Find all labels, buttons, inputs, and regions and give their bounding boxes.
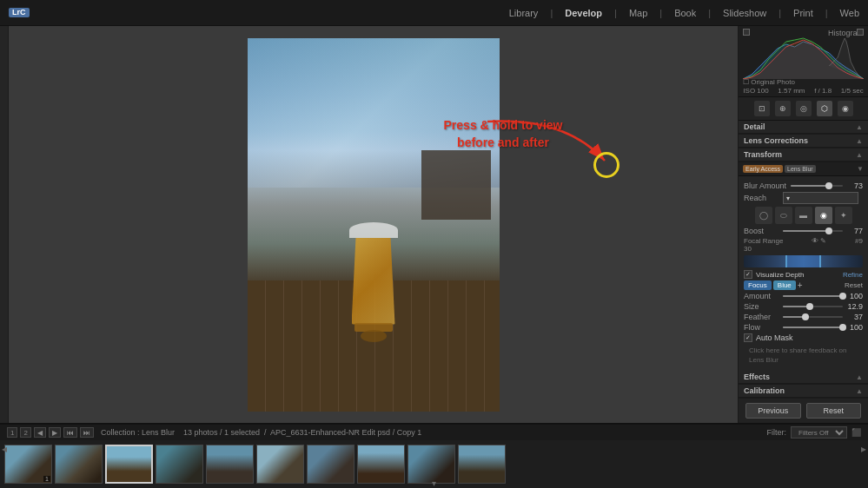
filmstrip-scroll-down[interactable]: ▾ bbox=[432, 478, 436, 488]
feather-row: Feather 37 bbox=[744, 313, 863, 321]
nav-book[interactable]: Book bbox=[674, 8, 696, 18]
shape-selected[interactable]: ◉ bbox=[815, 207, 832, 224]
visualize-depth-checkbox[interactable]: ✓ bbox=[744, 270, 752, 279]
focal-range-value: #9 bbox=[855, 237, 863, 245]
thumb-8-image bbox=[358, 445, 404, 483]
file-name: APC_6631-Enhanced-NR Edit psd / Copy 1 bbox=[270, 428, 421, 437]
transform-toggle[interactable]: Transform ▲ bbox=[739, 148, 868, 162]
boost-slider[interactable] bbox=[783, 230, 843, 232]
boost-thumb[interactable] bbox=[825, 228, 832, 234]
focal-range-bar-container bbox=[744, 255, 863, 267]
nav-map[interactable]: Map bbox=[629, 8, 647, 18]
next-nav-btn[interactable]: ▶ bbox=[49, 427, 61, 438]
hist-shutter: 1/5 sec bbox=[841, 87, 864, 95]
focal-range-bar[interactable] bbox=[744, 255, 863, 267]
shape-custom[interactable]: ✦ bbox=[835, 207, 852, 224]
detail-toggle[interactable]: Detail ▲ bbox=[739, 121, 868, 134]
mask-pills-row: Focus Blue + Reset bbox=[744, 280, 863, 290]
target-tool[interactable]: ◉ bbox=[838, 101, 853, 116]
shape-linear[interactable]: ▬ bbox=[795, 207, 812, 224]
refine-link[interactable]: Refine bbox=[843, 271, 863, 279]
size-thumb[interactable] bbox=[806, 303, 813, 310]
blur-shape-icons: ◯ ⬭ ▬ ◉ ✦ bbox=[744, 207, 863, 224]
shape-circle[interactable]: ◯ bbox=[755, 207, 772, 224]
focal-range-icons[interactable]: 👁 ✎ bbox=[812, 237, 826, 245]
plus-btn[interactable]: + bbox=[798, 280, 803, 290]
focal-range-label: Focal Range bbox=[744, 237, 783, 245]
shape-oval[interactable]: ⬭ bbox=[775, 207, 792, 224]
blur-amount-slider[interactable] bbox=[791, 185, 843, 187]
filmstrip-bar: 1 2 ◀ ▶ ⏮ ⏭ Collection : Lens Blur 13 ph… bbox=[0, 423, 868, 488]
prev-nav-btn[interactable]: ◀ bbox=[34, 427, 46, 438]
amount-fill bbox=[783, 295, 843, 297]
heal-tool[interactable]: ⊕ bbox=[775, 101, 791, 116]
early-access-badge: Early Access bbox=[743, 165, 783, 173]
thumb-2[interactable] bbox=[55, 445, 103, 484]
filmstrip-scroll-right[interactable]: ▸ bbox=[861, 443, 866, 455]
blue-pill[interactable]: Blue bbox=[773, 280, 796, 290]
reset-link[interactable]: Reset bbox=[845, 281, 863, 289]
previous-button[interactable]: Previous bbox=[745, 403, 801, 419]
lens-corrections-toggle[interactable]: Lens Corrections ▲ bbox=[739, 135, 868, 148]
thumb-8[interactable] bbox=[357, 445, 405, 484]
building-element bbox=[421, 150, 491, 220]
thumb-4[interactable] bbox=[156, 445, 203, 484]
flow-slider[interactable] bbox=[783, 326, 843, 328]
mask-tool[interactable]: ⬡ bbox=[817, 101, 832, 116]
original-photo-checkbox[interactable]: ☐ Original Photo bbox=[743, 78, 795, 86]
flow-thumb[interactable] bbox=[839, 324, 846, 331]
filmstrip-scroll-left[interactable]: ◂ bbox=[2, 443, 7, 455]
size-slider[interactable] bbox=[783, 306, 843, 307]
amount-slider[interactable] bbox=[783, 295, 843, 297]
nav-develop[interactable]: Develop bbox=[565, 8, 602, 18]
nav-print[interactable]: Print bbox=[793, 8, 813, 18]
focal-range-header: Focal Range 👁 ✎ #9 bbox=[744, 237, 863, 245]
blur-amount-thumb[interactable] bbox=[825, 182, 832, 189]
feather-slider[interactable] bbox=[783, 316, 843, 318]
filter-toggle[interactable]: ⬛ bbox=[851, 428, 861, 437]
thumb-5[interactable] bbox=[206, 445, 254, 484]
collection-path: Collection : Lens Blur 13 photos / 1 sel… bbox=[101, 428, 421, 437]
jump-prev-btn[interactable]: ⏮ bbox=[63, 427, 77, 438]
flow-label: Flow bbox=[744, 323, 779, 332]
thumb-3[interactable] bbox=[105, 445, 153, 484]
nav-sep-6: | bbox=[825, 8, 828, 18]
amount-label: Amount bbox=[744, 292, 779, 300]
panel-tools: ⊡ ⊕ ◎ ⬡ ◉ bbox=[739, 97, 868, 121]
redeye-tool[interactable]: ◎ bbox=[796, 101, 812, 116]
crop-tool[interactable]: ⊡ bbox=[754, 101, 770, 116]
page-1-btn[interactable]: 1 bbox=[7, 427, 17, 438]
reach-dropdown[interactable]: ▾ bbox=[783, 192, 858, 204]
reset-button[interactable]: Reset bbox=[806, 403, 862, 419]
auto-mask-checkbox[interactable]: ✓ bbox=[744, 333, 752, 342]
thumb-6[interactable] bbox=[256, 445, 304, 484]
photo-count: 13 photos / 1 selected bbox=[183, 428, 260, 437]
effects-toggle[interactable]: Effects ▲ bbox=[739, 371, 868, 384]
blur-amount-row: Blur Amount 73 bbox=[744, 181, 863, 190]
reach-dropdown-label: ▾ bbox=[786, 195, 790, 202]
focal-range-selection[interactable] bbox=[785, 255, 821, 267]
thumb-1[interactable]: 1 bbox=[4, 445, 52, 484]
lens-blur-header: Early Access Lens Blur ▼ bbox=[739, 162, 868, 176]
size-label: Size bbox=[744, 302, 779, 311]
annotation-arrow bbox=[479, 113, 618, 182]
focal-range-number: 30 bbox=[744, 245, 863, 253]
right-panel: Histogram ISO 100 1.57 mm f / 1.8 1/5 se… bbox=[738, 26, 868, 423]
nav-slideshow[interactable]: Slideshow bbox=[723, 8, 766, 18]
filter-dropdown[interactable]: Filters Off bbox=[791, 426, 847, 439]
focus-pill[interactable]: Focus bbox=[744, 280, 772, 290]
thumb-9-image bbox=[408, 445, 454, 483]
detail-section: Detail ▲ bbox=[739, 121, 868, 135]
page-2-btn[interactable]: 2 bbox=[20, 427, 30, 438]
thumb-7[interactable] bbox=[307, 445, 354, 484]
feather-thumb[interactable] bbox=[802, 313, 809, 320]
jump-next-btn[interactable]: ⏭ bbox=[80, 427, 94, 438]
feedback-link[interactable]: Click here to share feedback on Lens Blu… bbox=[744, 344, 863, 367]
histogram-graph bbox=[743, 31, 864, 79]
amount-thumb[interactable] bbox=[839, 293, 846, 300]
thumb-10[interactable] bbox=[458, 445, 506, 484]
calibration-toggle[interactable]: Calibration ▲ bbox=[739, 385, 868, 398]
app-logo: LrC bbox=[9, 8, 30, 18]
nav-library[interactable]: Library bbox=[509, 8, 539, 18]
nav-web[interactable]: Web bbox=[840, 8, 859, 18]
